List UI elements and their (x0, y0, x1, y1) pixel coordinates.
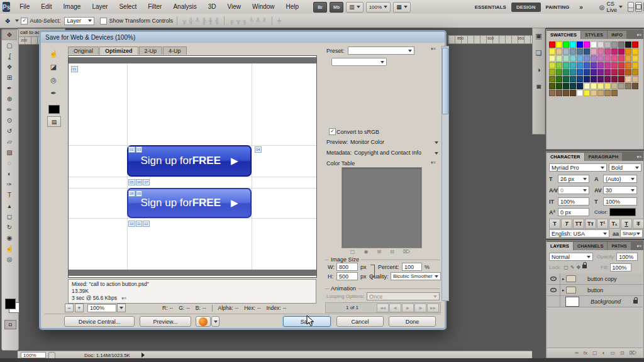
menu-image[interactable]: Image (58, 0, 87, 14)
path-select-tool[interactable]: ▴ (2, 200, 17, 211)
opacity-field[interactable]: 100% (616, 253, 638, 261)
color-swatch[interactable] (597, 69, 604, 75)
color-swatch[interactable] (577, 62, 583, 69)
color-swatch[interactable] (597, 62, 604, 69)
lock-icon[interactable]: ✥ (576, 265, 580, 270)
layer-style-icon[interactable]: fx (584, 350, 587, 356)
done-button[interactable]: Done (389, 316, 436, 327)
color-swatch[interactable] (604, 55, 611, 62)
color-swatch[interactable] (611, 62, 618, 69)
color-swatch[interactable] (563, 76, 569, 82)
type-style-button-2[interactable]: TT (573, 219, 584, 229)
visibility-toggle[interactable] (547, 285, 560, 295)
tab-styles[interactable]: STYLES (581, 31, 607, 39)
anti-alias-dropdown[interactable]: Sharp (620, 229, 643, 238)
color-swatch[interactable] (556, 55, 562, 62)
menu-filter[interactable]: Filter (142, 0, 167, 14)
format-dropdown[interactable] (331, 58, 387, 66)
color-swatch[interactable] (563, 41, 569, 48)
color-swatch[interactable] (577, 55, 583, 62)
color-swatch[interactable] (632, 48, 638, 55)
color-swatch[interactable] (597, 83, 604, 89)
percent-field[interactable]: 100 (402, 263, 422, 271)
color-swatch[interactable] (597, 76, 604, 82)
menu-edit[interactable]: Edit (35, 0, 57, 14)
color-swatch[interactable] (570, 48, 576, 55)
orbit-3d-tool[interactable]: ◉ (2, 233, 17, 243)
color-swatch[interactable] (625, 76, 631, 82)
color-swatch[interactable] (611, 90, 618, 96)
menu-help[interactable]: Help (280, 0, 305, 14)
color-table-icon-0[interactable]: ▢ (350, 249, 355, 255)
type-style-button-3[interactable]: Tᴛ (585, 219, 596, 229)
dodge-tool[interactable]: ◐ (2, 168, 17, 179)
toggle-slices-button[interactable]: ▤ (47, 116, 61, 127)
color-swatch[interactable] (604, 90, 611, 96)
color-swatch[interactable] (618, 55, 625, 62)
tab-original[interactable]: Original (68, 47, 99, 55)
type-style-button-5[interactable]: T₁ (609, 219, 620, 229)
kerning-field[interactable]: 0 (558, 186, 589, 194)
mini-bridge-icon[interactable]: ▣ (535, 32, 541, 40)
view-extras-button[interactable]: ▥ (346, 2, 364, 13)
tab-optimized[interactable]: Optimized (99, 47, 138, 55)
color-swatch[interactable] (618, 62, 625, 69)
color-swatch[interactable] (597, 48, 604, 55)
show-transform-checkbox[interactable] (100, 18, 107, 25)
color-swatch[interactable] (625, 48, 631, 55)
color-swatch[interactable] (611, 48, 618, 55)
color-swatch[interactable] (618, 76, 625, 82)
menu-analysis[interactable]: Analysis (167, 0, 202, 14)
tab-character[interactable]: CHARACTER (547, 153, 584, 161)
eraser-tool[interactable]: ▱ (2, 136, 17, 147)
tab-4-up[interactable]: 4-Up (163, 47, 187, 55)
color-swatch[interactable] (563, 62, 569, 69)
tab-2-up[interactable]: 2-Up (139, 47, 163, 55)
width-field[interactable]: 800 (336, 263, 358, 271)
cancel-button[interactable]: Cancel (336, 316, 384, 327)
font-family-dropdown[interactable]: Myriad Pro (549, 163, 607, 172)
auto-select-checkbox[interactable]: ✓ (21, 18, 28, 25)
color-swatch[interactable] (556, 76, 562, 82)
color-swatch[interactable] (563, 69, 569, 75)
color-swatch[interactable] (577, 76, 583, 82)
color-swatch[interactable] (591, 48, 597, 55)
color-swatch[interactable] (632, 41, 638, 48)
type-style-button-6[interactable]: T (621, 219, 632, 229)
type-style-button-1[interactable]: T (561, 219, 572, 229)
convert-srgb-checkbox[interactable]: ✓ (329, 128, 336, 135)
color-swatch[interactable] (604, 69, 611, 75)
color-swatch[interactable] (618, 69, 625, 75)
color-swatch[interactable] (611, 76, 618, 82)
tab-swatches[interactable]: SWATCHES (547, 31, 580, 39)
preview-browser-button[interactable] (196, 316, 211, 327)
color-swatch[interactable] (591, 90, 597, 96)
minimize-button[interactable]: — (628, 2, 634, 12)
color-swatch[interactable] (577, 90, 583, 96)
playback-button-4[interactable]: ▶▶ (427, 304, 439, 312)
color-swatch[interactable] (563, 83, 569, 89)
color-swatch[interactable] (549, 69, 555, 75)
status-zoom-field[interactable]: 100% (21, 352, 46, 358)
color-swatch[interactable] (549, 55, 555, 62)
bridge-launcher-icon[interactable]: Br (313, 2, 327, 13)
delete-layer-icon[interactable]: ⌦ (630, 350, 636, 356)
layer-button[interactable]: ▸button (547, 285, 643, 296)
type-style-button-0[interactable]: T (549, 219, 560, 229)
gradient-tool[interactable]: ▨ (2, 147, 17, 158)
color-swatch[interactable] (591, 69, 597, 75)
color-swatch[interactable] (625, 69, 631, 75)
quality-dropdown[interactable]: Bicubic Smoother (391, 272, 441, 280)
color-swatch[interactable] (570, 83, 576, 89)
foreground-color-swatch[interactable] (5, 299, 16, 309)
healing-brush-tool[interactable]: ⊕ (2, 94, 17, 104)
workspace-painting[interactable]: PAINTING (541, 3, 575, 12)
restore-button[interactable] (635, 2, 642, 12)
color-swatch[interactable] (577, 69, 583, 75)
crop-tool[interactable]: ⊞ (2, 72, 17, 83)
tab-paths[interactable]: PATHS (608, 242, 630, 250)
type-style-button-4[interactable]: T¹ (597, 219, 608, 229)
color-swatch[interactable] (570, 76, 576, 82)
color-swatch[interactable] (632, 62, 638, 69)
playback-button-2[interactable]: ▶ (402, 304, 414, 312)
